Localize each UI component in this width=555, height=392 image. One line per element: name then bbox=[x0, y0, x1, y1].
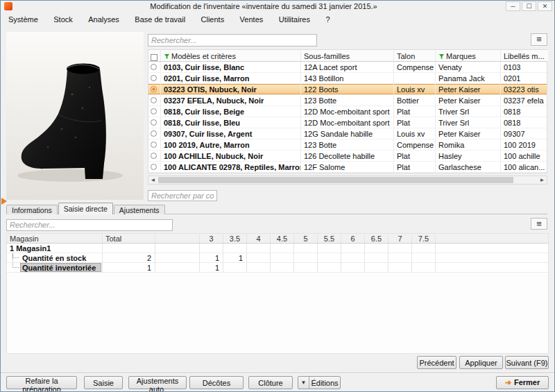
product-row[interactable]: 0818, Cuir lisse, Beige 12D Moc-emboitan… bbox=[148, 106, 547, 117]
cell-qty[interactable] bbox=[388, 253, 412, 262]
grid-group-row[interactable]: 1 Magasin1 bbox=[7, 244, 548, 253]
maximize-icon[interactable]: ☐ bbox=[522, 1, 536, 11]
menu-analyses[interactable]: Analyses bbox=[82, 13, 126, 26]
radio-icon[interactable] bbox=[151, 119, 157, 126]
cell-qty[interactable] bbox=[341, 253, 365, 262]
header-select-cell[interactable] bbox=[148, 50, 161, 61]
redo-preparation-button[interactable]: Refaire la préparation bbox=[6, 376, 77, 389]
tab-informations[interactable]: Informations bbox=[6, 205, 58, 214]
grid-search-input[interactable] bbox=[6, 219, 173, 231]
previous-button[interactable]: Précédent bbox=[417, 356, 456, 369]
cell-qty[interactable] bbox=[318, 253, 341, 262]
product-row[interactable]: 0818, Cuir lisse, Bleu 12D Moc-emboitant… bbox=[148, 117, 547, 128]
cell-spacer bbox=[155, 244, 200, 253]
radio-icon[interactable] bbox=[151, 142, 157, 148]
radio-icon[interactable] bbox=[151, 108, 157, 114]
group-label: 1 Magasin1 bbox=[7, 244, 103, 253]
auto-adjustments-button[interactable]: Ajustements auto. bbox=[128, 376, 187, 389]
grid-row-inventoried-selected[interactable]: Quantité inventoriée 1 1 bbox=[7, 263, 548, 273]
product-row[interactable]: 03237 EFELA, Nubuck, Noir 123 Botte Bott… bbox=[148, 95, 547, 106]
tab-ajustements[interactable]: Ajustements bbox=[114, 205, 165, 214]
radio-icon[interactable] bbox=[151, 97, 157, 103]
checkbox-icon[interactable] bbox=[151, 54, 157, 61]
product-row-selected[interactable]: 03223 OTIS, Nubuck, Noir 122 Boots Louis… bbox=[148, 84, 547, 95]
menu-utilitaires[interactable]: Utilitaires bbox=[273, 13, 316, 26]
column-header-model[interactable]: Modèles et critères bbox=[161, 50, 301, 61]
column-header-size: 3.5 bbox=[223, 234, 247, 243]
column-header-heel[interactable]: Talon bbox=[394, 50, 436, 61]
scrollbar-thumb[interactable] bbox=[158, 177, 513, 183]
product-row[interactable]: 100 ACHILLE, Nubuck, Noir 126 Decollete … bbox=[148, 151, 547, 162]
tab-saisie-directe[interactable]: Saisie directe bbox=[58, 203, 113, 214]
close-button[interactable]: ➜Fermer bbox=[496, 376, 549, 389]
cell-model: 0201, Cuir lisse, Marron bbox=[161, 73, 301, 83]
cell-qty[interactable]: 1 bbox=[200, 253, 223, 262]
cell-qty[interactable] bbox=[318, 263, 341, 272]
next-button[interactable]: Suivant (F9) bbox=[505, 356, 549, 369]
column-header-code[interactable]: Libellés m... bbox=[501, 50, 548, 61]
apply-button[interactable]: Appliquer bbox=[459, 356, 503, 369]
cell-qty[interactable] bbox=[341, 263, 365, 272]
chevron-down-icon[interactable]: ▼ bbox=[298, 377, 309, 389]
boot-image bbox=[6, 32, 144, 200]
menu-base-de-travail[interactable]: Base de travail bbox=[128, 13, 191, 26]
radio-icon[interactable] bbox=[151, 64, 157, 70]
closing-button[interactable]: Clôture bbox=[248, 376, 293, 389]
grid-menu-button[interactable]: ≡ bbox=[531, 218, 547, 230]
codes-search-input[interactable] bbox=[148, 190, 217, 201]
cell-qty[interactable] bbox=[247, 253, 271, 262]
cell-heel: Compense bbox=[394, 62, 436, 72]
radio-icon[interactable] bbox=[151, 164, 157, 170]
cell-code: 03223 otis bbox=[501, 84, 548, 94]
product-row[interactable]: 100 2019, Autre, Marron 123 Botte Compen… bbox=[148, 139, 547, 151]
cell-qty[interactable] bbox=[294, 253, 318, 262]
close-icon[interactable]: ✕ bbox=[538, 1, 552, 11]
scroll-left-icon[interactable]: ◄ bbox=[148, 176, 157, 184]
cell-qty[interactable] bbox=[365, 263, 388, 272]
radio-icon[interactable] bbox=[151, 130, 157, 137]
product-row[interactable]: 0103, Cuir lisse, Blanc 12A Lacet sport … bbox=[148, 62, 547, 73]
product-search-input[interactable] bbox=[148, 34, 317, 46]
cell-model: 0103, Cuir lisse, Blanc bbox=[161, 62, 301, 72]
entry-button[interactable]: Saisie bbox=[84, 376, 123, 389]
markdowns-button[interactable]: Décôtes bbox=[189, 376, 244, 389]
minimize-icon[interactable]: ─ bbox=[506, 1, 520, 11]
product-row[interactable]: 0201, Cuir lisse, Marron 143 Botillon Pa… bbox=[148, 73, 547, 84]
cell-qty[interactable]: 1 bbox=[200, 263, 223, 272]
cell-qty[interactable] bbox=[223, 263, 247, 272]
menu-stock[interactable]: Stock bbox=[47, 13, 79, 26]
cell-total: 2 bbox=[103, 253, 155, 262]
editions-split-button[interactable]: ▼ Éditions bbox=[298, 376, 341, 389]
radio-selected-icon[interactable] bbox=[151, 86, 157, 92]
cell-subfamily: 12G Sandale habille bbox=[301, 128, 394, 139]
product-menu-button[interactable]: ≡ bbox=[531, 33, 547, 46]
cell-qty[interactable] bbox=[271, 263, 294, 272]
cell-subfamily: 12D Moc-emboitant sport bbox=[301, 106, 394, 117]
cell-qty[interactable] bbox=[412, 253, 436, 262]
cell-qty[interactable] bbox=[271, 253, 294, 262]
filter-icon bbox=[164, 53, 170, 61]
column-header-subfamily[interactable]: Sous-familles bbox=[301, 50, 394, 61]
product-row[interactable]: 100 ALICANTE 02978, Reptiles, Marron 12F… bbox=[148, 162, 547, 173]
cell-size bbox=[200, 244, 223, 253]
menu-systeme[interactable]: Système bbox=[2, 13, 44, 26]
radio-icon[interactable] bbox=[151, 153, 157, 159]
menu-help[interactable]: ? bbox=[319, 13, 336, 26]
cell-qty[interactable] bbox=[388, 263, 412, 272]
cell-model: 100 2019, Autre, Marron bbox=[161, 139, 301, 150]
cell-qty[interactable] bbox=[247, 263, 271, 272]
cell-qty[interactable] bbox=[412, 263, 436, 272]
scroll-right-icon[interactable]: ► bbox=[538, 176, 547, 184]
product-row[interactable]: 09307, Cuir lisse, Argent 12G Sandale ha… bbox=[148, 128, 547, 139]
radio-icon[interactable] bbox=[151, 75, 157, 81]
cell-qty[interactable] bbox=[365, 253, 388, 262]
column-header-brand[interactable]: Marques bbox=[436, 50, 501, 61]
menu-clients[interactable]: Clients bbox=[195, 13, 231, 26]
column-header-magasin: Magasin bbox=[7, 234, 103, 243]
grid-row-stock[interactable]: Quantité en stock 2 1 1 bbox=[7, 253, 548, 263]
cell-qty[interactable]: 1 bbox=[223, 253, 247, 262]
inventory-grid: Magasin Total 3 3.5 4 4.5 5 5.5 6 6.5 7 … bbox=[6, 233, 549, 354]
cell-qty[interactable] bbox=[294, 263, 318, 272]
table-horizontal-scrollbar[interactable]: ◄ ► bbox=[148, 176, 547, 185]
menu-ventes[interactable]: Ventes bbox=[234, 13, 270, 26]
